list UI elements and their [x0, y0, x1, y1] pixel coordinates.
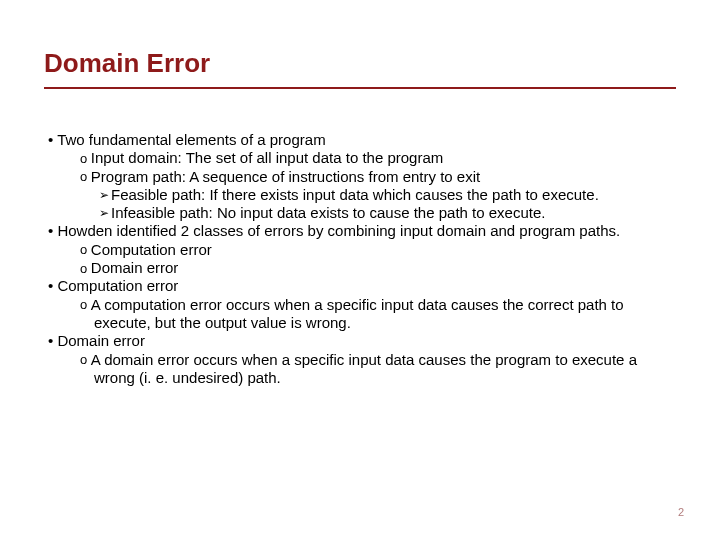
- bullet-level2: A computation error occurs when a specif…: [44, 296, 676, 333]
- bullet-level3: Feasible path: If there exists input dat…: [44, 186, 676, 204]
- bullet-level1: Computation error: [44, 277, 676, 295]
- slide: Domain Error Two fundamental elements of…: [0, 0, 720, 540]
- bullet-level2: A domain error occurs when a specific in…: [44, 351, 676, 388]
- bullet-level1: Howden identified 2 classes of errors by…: [44, 222, 676, 240]
- slide-title: Domain Error: [44, 48, 676, 89]
- bullet-level2: Program path: A sequence of instructions…: [44, 168, 676, 186]
- bullet-level1: Domain error: [44, 332, 676, 350]
- text: A computation error occurs when a specif…: [91, 296, 624, 331]
- bullet-level2: Computation error: [44, 241, 676, 259]
- text: Computation error: [57, 277, 178, 294]
- bullet-level3: Infeasible path: No input data exists to…: [44, 204, 676, 222]
- text: Infeasible path: No input data exists to…: [111, 204, 545, 221]
- page-number: 2: [678, 506, 684, 518]
- text: Howden identified 2 classes of errors by…: [57, 222, 620, 239]
- text: A domain error occurs when a specific in…: [91, 351, 637, 386]
- text: Input domain: The set of all input data …: [91, 149, 443, 166]
- text: Program path: A sequence of instructions…: [91, 168, 480, 185]
- bullet-level1: Two fundamental elements of a program: [44, 131, 676, 149]
- text: Two fundamental elements of a program: [57, 131, 325, 148]
- bullet-level2: Input domain: The set of all input data …: [44, 149, 676, 167]
- text: Feasible path: If there exists input dat…: [111, 186, 599, 203]
- text: Domain error: [91, 259, 179, 276]
- text: Domain error: [57, 332, 145, 349]
- slide-body: Two fundamental elements of a program In…: [44, 131, 676, 387]
- text: Computation error: [91, 241, 212, 258]
- bullet-level2: Domain error: [44, 259, 676, 277]
